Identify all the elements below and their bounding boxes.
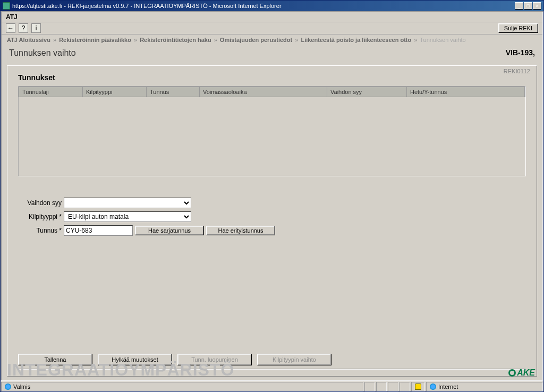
close-window-button[interactable]: × xyxy=(533,2,541,10)
label-kilpityyppi: Kilpityyppi * xyxy=(18,213,62,220)
back-icon[interactable]: ← xyxy=(6,23,15,33)
breadcrumb: ATJ Aloitussivu » Rekisteröinnin päävali… xyxy=(2,35,542,45)
table-tunnukset: Tunnuslaji Kilpityyppi Tunnus Voimassaol… xyxy=(18,86,526,176)
th-tunnuslaji: Tunnuslaji xyxy=(19,87,83,97)
btn-hae-erityistunnus[interactable]: Hae erityistunnus xyxy=(206,226,275,235)
help-icon[interactable]: ? xyxy=(19,23,28,33)
crumb-0[interactable]: ATJ Aloitussivu xyxy=(7,37,50,43)
status-seg xyxy=(400,382,410,391)
status-seg xyxy=(376,382,387,391)
menu-app[interactable]: ATJ xyxy=(6,13,18,21)
page-title: Tunnuksen vaihto xyxy=(9,48,76,58)
ie-status-icon xyxy=(5,384,11,390)
crumb-3[interactable]: Omistajuuden perustiedot xyxy=(220,37,292,43)
btn-kilpityypin-vaihto[interactable]: Kilpityypin vaihto xyxy=(257,354,332,365)
status-ready: Valmis xyxy=(13,384,30,390)
app-icon xyxy=(3,2,10,10)
th-vaihdon-syy: Vaihdon syy xyxy=(327,87,407,97)
lock-icon xyxy=(415,384,421,390)
titlebar: https://atjtesti.ake.fi - REKI-järjestel… xyxy=(1,1,543,11)
crumb-5: Tunnuksen vaihto xyxy=(420,37,465,43)
menubar: ATJ xyxy=(2,12,542,22)
page-header: Tunnuksen vaihto VIB-193, xyxy=(2,45,542,62)
th-kilpityyppi: Kilpityyppi xyxy=(83,87,147,97)
form-area: Vaihdon syy Kilpityyppi * EU-kilpi auton… xyxy=(18,198,526,239)
statusbar: Valmis Internet xyxy=(1,381,543,391)
th-tunnus: Tunnus xyxy=(147,87,200,97)
select-vaihdon-syy[interactable] xyxy=(64,198,191,208)
crumb-2[interactable]: Rekisteröintitietojen haku xyxy=(140,37,211,43)
table-header-row: Tunnuslaji Kilpityyppi Tunnus Voimassaol… xyxy=(19,87,525,97)
input-tunnus[interactable] xyxy=(64,225,133,236)
zone-globe-icon xyxy=(430,384,436,390)
section-title: Tunnukset xyxy=(18,73,526,82)
th-voimassaoloaika: Voimassaoloaika xyxy=(200,87,327,97)
logo-ring-icon xyxy=(508,369,516,377)
window-title: https://atjtesti.ake.fi - REKI-järjestel… xyxy=(12,3,282,9)
maximize-button[interactable]: □ xyxy=(524,2,532,10)
info-icon[interactable]: i xyxy=(31,23,41,33)
btn-hae-sarjatunnus[interactable]: Hae sarjatunnus xyxy=(135,226,204,235)
status-lock xyxy=(411,382,425,391)
crumb-4[interactable]: Liikenteestä poisto ja liikenteeseen ott… xyxy=(301,37,411,43)
label-tunnus: Tunnus * xyxy=(18,227,62,234)
content-area: ATJ ← ? i Sulje REKI ATJ Aloitussivu » R… xyxy=(1,11,543,381)
minimize-button[interactable]: _ xyxy=(515,2,523,10)
crumb-1[interactable]: Rekisteröinnin päävalikko xyxy=(59,37,131,43)
status-seg xyxy=(388,382,398,391)
th-hetu: Hetu/Y-tunnus xyxy=(407,87,525,97)
label-vaihdon-syy: Vaihdon syy xyxy=(18,199,62,207)
select-kilpityyppi[interactable]: EU-kilpi auton matala xyxy=(64,211,191,222)
toolbar: ← ? i Sulje REKI xyxy=(2,22,542,35)
ake-logo: AKE xyxy=(508,368,535,378)
page-vehicle-id: VIB-193, xyxy=(506,48,535,58)
watermark: INTEGRAATIOYMPÄRISTÖ xyxy=(7,360,234,380)
main-panel: REKI0112 Tunnukset Tunnuslaji Kilpityypp… xyxy=(7,65,537,377)
status-seg xyxy=(364,382,375,391)
panel-code: REKI0112 xyxy=(504,68,530,74)
status-zone: Internet xyxy=(438,384,458,390)
close-reki-button[interactable]: Sulje REKI xyxy=(498,23,538,33)
app-window: https://atjtesti.ake.fi - REKI-järjestel… xyxy=(0,0,544,392)
